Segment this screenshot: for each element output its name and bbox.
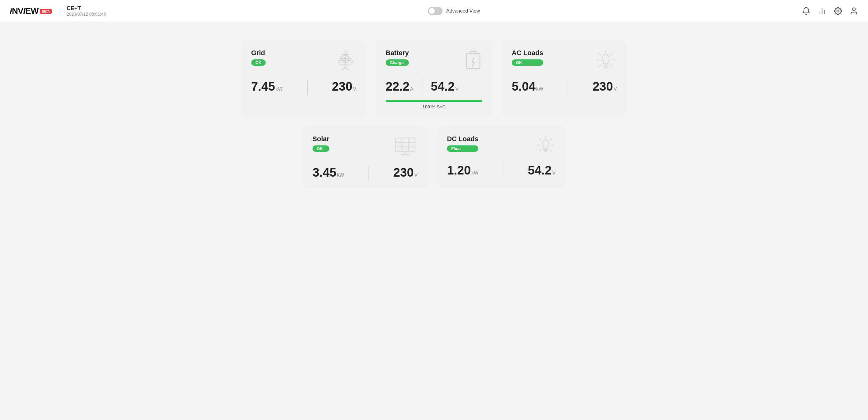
gear-icon[interactable] <box>834 7 842 15</box>
grid-title-area: Grid OK <box>251 49 266 66</box>
dc-loads-card[interactable]: DC Loads Float <box>437 126 565 188</box>
battery-icon <box>464 49 483 72</box>
svg-rect-29 <box>396 138 415 152</box>
ac-loads-title-area: AC Loads OK <box>512 49 543 66</box>
svg-line-12 <box>342 68 345 70</box>
svg-line-40 <box>539 139 541 141</box>
solar-voltage-value: 230 V <box>393 166 417 179</box>
svg-line-37 <box>550 139 552 141</box>
battery-title: Battery <box>385 49 409 57</box>
ac-loads-divider <box>568 80 568 95</box>
advanced-view-label: Advanced View <box>446 8 480 14</box>
solar-power-value: 3.45 kW <box>312 166 344 179</box>
dc-loads-icon <box>536 135 556 156</box>
device-info: CE+T 2023/07/12 08:01:45 <box>59 5 106 17</box>
solar-status-badge: OK <box>312 145 329 152</box>
dc-loads-card-header: DC Loads Float <box>447 135 556 156</box>
svg-point-4 <box>852 8 855 10</box>
device-timestamp: 2023/07/12 08:01:45 <box>67 12 106 17</box>
grid-values: 7.45 kW 230 V <box>251 80 356 95</box>
advanced-view-toggle[interactable] <box>428 7 442 15</box>
svg-rect-18 <box>470 52 476 54</box>
dc-loads-power-value: 1.20 kW <box>447 163 478 177</box>
dc-loads-voltage-value: 54.2 V <box>528 163 556 177</box>
battery-card[interactable]: Battery Charge 22.2 <box>376 40 492 117</box>
solar-divider <box>369 166 369 181</box>
solar-title-area: Solar OK <box>312 135 329 152</box>
soc-bar-container: 100 % SoC <box>385 100 483 109</box>
battery-card-header: Battery Charge <box>385 49 483 72</box>
battery-title-area: Battery Charge <box>385 49 409 66</box>
row-2: Solar OK <box>303 126 565 188</box>
user-icon[interactable] <box>850 7 858 15</box>
battery-status-badge: Charge <box>385 59 409 66</box>
svg-line-13 <box>345 68 349 70</box>
grid-icon <box>334 49 356 72</box>
solar-icon <box>393 135 417 158</box>
device-name: CE+T <box>67 5 106 12</box>
header: iNVIEWBETA CE+T 2023/07/12 08:01:45 Adva… <box>0 0 868 22</box>
svg-line-39 <box>550 149 552 151</box>
svg-point-3 <box>837 10 839 12</box>
grid-card-header: Grid OK <box>251 49 356 72</box>
soc-bar-bg <box>385 100 483 102</box>
ac-loads-title: AC Loads <box>512 49 543 57</box>
svg-line-42 <box>539 149 541 151</box>
grid-voltage-value: 230 V <box>332 80 356 93</box>
grid-card[interactable]: Grid OK <box>242 40 366 117</box>
dc-loads-values: 1.20 kW 54.2 V <box>447 163 556 179</box>
logo: iNVIEWBETA <box>10 6 52 16</box>
dc-loads-status-badge: Float <box>447 145 478 152</box>
ac-loads-power-value: 5.04 kW <box>512 80 543 93</box>
dc-loads-title: DC Loads <box>447 135 478 143</box>
ac-loads-voltage-value: 230 V <box>593 80 617 93</box>
solar-values: 3.45 kW 230 V <box>312 166 417 181</box>
dc-loads-title-area: DC Loads Float <box>447 135 478 152</box>
svg-line-23 <box>599 53 601 55</box>
header-icons <box>802 7 858 15</box>
beta-badge: BETA <box>40 9 52 14</box>
grid-title: Grid <box>251 49 266 57</box>
solar-title: Solar <box>312 135 329 143</box>
ac-loads-status-badge: OK <box>512 59 543 66</box>
bell-icon[interactable] <box>802 7 810 15</box>
svg-line-22 <box>611 65 613 67</box>
svg-line-20 <box>611 53 613 55</box>
soc-bar-fill <box>385 100 483 102</box>
battery-voltage-value: 54.2 V <box>431 80 459 93</box>
grid-divider <box>307 80 308 95</box>
main-content: Grid OK <box>0 22 868 207</box>
toggle-knob <box>429 8 435 14</box>
row-1: Grid OK <box>242 40 627 117</box>
ac-loads-card-header: AC Loads OK <box>512 49 617 72</box>
solar-card-header: Solar OK <box>312 135 417 158</box>
svg-rect-17 <box>466 53 480 68</box>
ac-loads-icon <box>595 49 617 72</box>
header-center: Advanced View <box>106 7 802 15</box>
svg-line-25 <box>599 65 601 67</box>
solar-card[interactable]: Solar OK <box>303 126 427 188</box>
soc-label: 100 % SoC <box>385 104 483 109</box>
logo-area: iNVIEWBETA <box>10 6 59 16</box>
ac-loads-card[interactable]: AC Loads OK <box>502 40 626 117</box>
battery-values: 22.2 A 54.2 V <box>385 80 483 95</box>
battery-current-value: 22.2 A <box>385 80 413 93</box>
ac-loads-values: 5.04 kW 230 V <box>512 80 617 95</box>
bar-chart-icon[interactable] <box>818 7 826 15</box>
grid-status-badge: OK <box>251 59 266 66</box>
dc-loads-divider <box>503 163 503 179</box>
grid-power-value: 7.45 kW <box>251 80 283 93</box>
